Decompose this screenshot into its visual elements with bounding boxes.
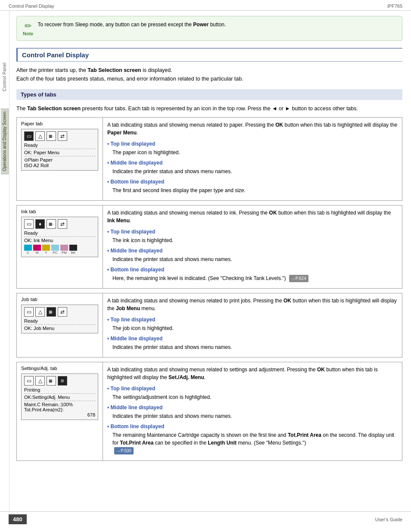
note-icon: ✏ [25, 21, 32, 31]
job-bullet-1: Top line displayed The job icon is highl… [107, 316, 398, 332]
job-icon3: ▦· [47, 307, 56, 317]
job-tab-right: A tab indicating status and showing menu… [103, 293, 402, 358]
ink-tab-right: A tab indicating status and showing menu… [103, 205, 402, 289]
job-icon1: ▭ [24, 307, 34, 317]
ink-icon2: ♦ [35, 219, 45, 229]
settings-tab-table: Settings/Adj. tab ▭ △ ▦· ⊞ Printing OK:S… [16, 362, 402, 461]
job-tab-table: Job tab ▭ △ ▦· ⇄ Ready OK: Job Menu A ta… [16, 293, 402, 358]
header-right: iPF765 [387, 3, 402, 9]
paper-tab-table: Paper tab ▭ △ ▦· ⇄ Ready OK: Paper Menu … [16, 117, 402, 201]
paper-icon4: ⇄ [58, 131, 67, 141]
ink-tab-table: Ink tab ▭ ♦ ▦· ⇄ Ready OK: Ink Menu [16, 205, 402, 289]
ink-icon3: ▦· [47, 219, 56, 229]
paper-display-line1: Ready [24, 143, 95, 148]
sidebar: Control Panel Operations and Display Scr… [0, 11, 9, 519]
ink-bullet-3: Bottom line displayed Here, the remainin… [107, 266, 398, 282]
ink-bullet-2: Middle line displayed Indicates the prin… [107, 247, 398, 263]
job-display-line1: Ready [24, 318, 95, 324]
ink-icon1: ▭ [24, 219, 34, 229]
section-intro: After the printer starts up, the Tab Sel… [16, 66, 402, 83]
settings-icon3: ▦· [47, 376, 56, 386]
ink-page-ref: →P.624 [289, 275, 308, 282]
paper-tab-right: A tab indicating status and showing menu… [103, 118, 402, 201]
ink-bullet-1: Top line displayed The ink icon is highl… [107, 228, 398, 244]
subsection-intro: The Tab Selection screen presents four t… [16, 104, 402, 113]
paper-display-line2: OK: Paper Menu [24, 149, 95, 155]
job-tab-left: Job tab ▭ △ ▦· ⇄ Ready OK: Job Menu [17, 293, 103, 358]
ink-c [24, 245, 32, 251]
ink-color-row: C M Y PC PM BK [24, 245, 95, 255]
job-display-line2: OK: Job Menu [24, 324, 95, 331]
settings-icon1: ▭ [24, 376, 34, 386]
subsection-header: Types of tabs [16, 89, 402, 100]
note-label: Note [23, 31, 33, 36]
paper-icon: ▭ [24, 131, 34, 141]
note-box: ✏ Note To recover from Sleep mode, any b… [16, 16, 402, 41]
settings-display-line1: Printing [24, 387, 95, 392]
ink-icon4: ⇄ [58, 219, 67, 229]
settings-tab-left: Settings/Adj. tab ▭ △ ▦· ⊞ Printing OK:S… [17, 362, 103, 461]
job-icon2: △ [35, 307, 45, 317]
ink-pc [51, 245, 59, 251]
settings-display-line2: OK:Setting/Adj. Menu [24, 393, 95, 400]
job-tab-label: Job tab [21, 297, 98, 302]
ink-m [33, 245, 41, 251]
settings-bullet-1: Top line displayed The settings/adjustme… [107, 385, 398, 401]
ink-tab-label: Ink tab [21, 209, 98, 214]
settings-display-line3: Maint.C Remain.:100% Tot.Print Area(m2):… [24, 401, 95, 417]
settings-icon4: ⊞ [58, 376, 67, 386]
ink-labels: C M Y PC PM BK [24, 251, 95, 255]
sidebar-label-control-panel: Control Panel [2, 62, 7, 91]
settings-bullet-2: Middle line displayed Indicates the prin… [107, 404, 398, 420]
job-bullet-2: Middle line displayed Indicates the prin… [107, 335, 398, 351]
job-display: ▭ △ ▦· ⇄ Ready OK: Job Menu [21, 305, 98, 333]
main-content: ✏ Note To recover from Sleep mode, any b… [9, 11, 411, 519]
job-icon4: ⇄ [58, 307, 67, 317]
paper-display-line3: ⊙Plain PaperISO A2 Roll [24, 156, 95, 168]
footer-right: User's Guide [375, 517, 402, 522]
sidebar-tab-operations: Operations and Display Screen [1, 109, 9, 174]
ink-y [42, 245, 50, 251]
section-title: Control Panel Display [16, 48, 402, 62]
paper-tab-label: Paper tab [21, 121, 98, 126]
paper-bullet-2: Middle line displayed Indicates the prin… [107, 159, 398, 175]
settings-icon2: △ [35, 376, 45, 386]
ink-display-line2: OK: Ink Menu [24, 236, 95, 243]
ink-pm [60, 245, 68, 251]
settings-page-ref: →P.500 [114, 447, 134, 454]
paper-icon3: ▦· [47, 131, 56, 141]
ink-tab-left: Ink tab ▭ ♦ ▦· ⇄ Ready OK: Ink Menu [17, 205, 103, 289]
page-footer: 480 User's Guide [0, 511, 411, 527]
paper-tab-left: Paper tab ▭ △ ▦· ⇄ Ready OK: Paper Menu … [17, 118, 103, 201]
ink-display: ▭ ♦ ▦· ⇄ Ready OK: Ink Menu [21, 217, 98, 257]
paper-icon2: △ [35, 131, 45, 141]
settings-bullet-3: Bottom line displayed The remaining Main… [107, 423, 398, 454]
paper-bullet-1: Top line displayed The paper icon is hig… [107, 140, 398, 156]
header-left: Control Panel Display [9, 3, 54, 9]
paper-bullet-3: Bottom line displayed The first and seco… [107, 178, 398, 194]
note-text: To recover from Sleep mode, any button c… [37, 21, 226, 28]
ink-bk [69, 245, 77, 251]
settings-tab-label: Settings/Adj. tab [21, 366, 98, 371]
settings-tab-right: A tab indicating status and showing menu… [103, 362, 402, 461]
ink-display-line1: Ready [24, 230, 95, 236]
page-number: 480 [9, 514, 27, 524]
page-header: Control Panel Display iPF765 [0, 0, 411, 11]
paper-display: ▭ △ ▦· ⇄ Ready OK: Paper Menu ⊙Plain Pap… [21, 129, 98, 171]
settings-display: ▭ △ ▦· ⊞ Printing OK:Setting/Adj. Menu M… [21, 373, 98, 420]
